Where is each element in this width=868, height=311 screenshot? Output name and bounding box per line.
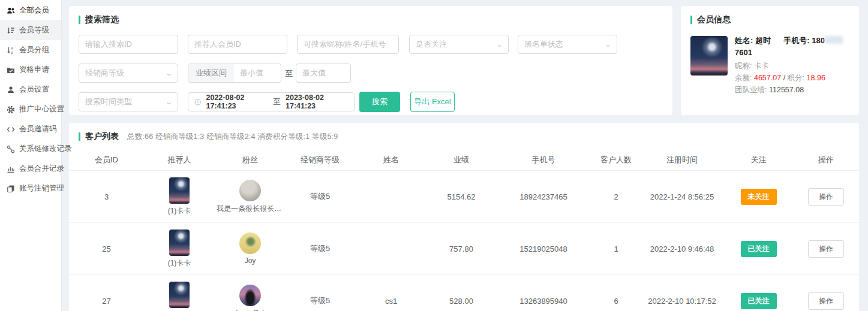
dealer-level-select[interactable]: 经销商等级 ⌄ (79, 64, 178, 83)
balance-value: 4657.07 (754, 74, 781, 82)
sidebar-item-member-level[interactable]: 会员等级 (0, 20, 61, 40)
perf-max-input[interactable]: 最大值 (296, 64, 351, 83)
balance-label: 余额: (735, 74, 752, 82)
action-button[interactable]: 操作 (808, 188, 844, 206)
referrer-id-input[interactable]: 推荐人会员ID (188, 35, 287, 54)
perf-min-input[interactable]: 最小值 (234, 64, 269, 82)
sidebar-item-relation-log[interactable]: 关系链修改记录 (0, 139, 61, 159)
fan-avatar (239, 233, 261, 254)
sidebar-item-member-group[interactable]: AZ 会员分组 (0, 40, 61, 60)
phone-label: 手机号: (783, 36, 809, 45)
folder-check-icon (7, 66, 15, 74)
col-phone: 手机号 (495, 155, 592, 165)
phone-redaction-blur (825, 36, 843, 44)
col-referrer: 推荐人 (144, 155, 215, 165)
action-button[interactable]: 操作 (808, 240, 844, 258)
filter-title-text: 搜索筛选 (85, 14, 119, 25)
cell-dealer-level: 等级5 (286, 295, 355, 306)
cell-performance: 5154.62 (428, 192, 495, 201)
export-excel-button[interactable]: 导出 Excel (410, 92, 455, 112)
sidebar-item-label: 会员分组 (19, 45, 49, 55)
member-avatar (690, 36, 728, 76)
separator: / (783, 74, 785, 82)
title-accent-bar (79, 132, 80, 141)
follow-badge: 已关注 (741, 241, 777, 257)
filter-panel-title: 搜索筛选 (79, 14, 663, 25)
clock-icon (194, 98, 202, 106)
col-customer-count: 客户人数 (592, 155, 640, 165)
team-perf-value: 112557.08 (769, 86, 804, 94)
sidebar-item-merge-log[interactable]: 会员合并记录 (0, 159, 61, 179)
sidebar-item-qualification[interactable]: 资格申请 (0, 60, 61, 80)
title-accent-bar (79, 16, 80, 24)
referrer-name: (1)卡卡 (168, 258, 191, 268)
cell-member-id: 27 (69, 297, 144, 306)
search-filter-panel: 搜索筛选 请输入搜索ID 推荐人会员ID 可搜索昵称/姓名/手机号 是否关注 ⌄… (69, 6, 672, 115)
date-to-label: 至 (274, 97, 281, 107)
customer-list-panel: 客户列表 总数:66 经销商等级1:3 经销商等级2:4 消费积分等级:1 等级… (69, 123, 859, 311)
cell-reg-time: 2022-1-24 8:56:25 (640, 192, 724, 201)
sidebar-item-label: 会员合并记录 (19, 164, 64, 174)
cell-customer-count: 6 (592, 297, 640, 306)
chevron-down-icon: ⌄ (495, 41, 503, 49)
cell-member-id: 25 (69, 244, 144, 253)
sidebar-item-label: 会员设置 (19, 84, 49, 95)
nick-label: 昵称: (735, 62, 752, 70)
sidebar-item-all-members[interactable]: 全部会员 (0, 1, 61, 20)
fan-avatar (239, 180, 261, 201)
table-row: 25 (1)卡卡 Joy 等级5 757.80 15219025048 1 20… (69, 223, 859, 275)
sidebar-item-member-settings[interactable]: 会员设置 (0, 80, 61, 99)
referrer-avatar (169, 177, 190, 204)
time-type-value: 搜索时间类型 (85, 96, 132, 107)
phone-prefix: 180 (812, 36, 825, 45)
cell-phone: 15219025048 (495, 244, 592, 253)
blacklist-select[interactable]: 黑名单状态 ⌄ (518, 35, 617, 54)
code-icon (7, 125, 15, 134)
customer-table: 会员ID 推荐人 粉丝 经销商等级 姓名 业绩 手机号 客户人数 注册时间 关注… (69, 149, 859, 311)
sidebar-item-promo-settings[interactable]: 推广中心设置 (0, 99, 61, 119)
sidebar-item-label: 会员等级 (19, 25, 49, 35)
phone-suffix: 7601 (735, 48, 752, 57)
link-icon (7, 145, 15, 153)
cell-customer-count: 2 (592, 192, 640, 201)
search-button[interactable]: 搜索 (359, 92, 400, 112)
follow-select[interactable]: 是否关注 ⌄ (409, 35, 509, 54)
sidebar-item-label: 推广中心设置 (19, 104, 64, 114)
fan-name: Lazy Cat (236, 309, 264, 311)
list-title-text: 客户列表 (85, 131, 119, 142)
referrer-avatar (169, 282, 190, 308)
time-type-select[interactable]: 搜索时间类型 ⌄ (79, 92, 178, 111)
points-value: 18.96 (807, 74, 825, 82)
member-nick: 卡卡 (754, 62, 769, 70)
chart-icon (7, 165, 15, 173)
list-stats: 总数:66 经销商等级1:3 经销商等级2:4 消费积分等级:1 等级5:9 (127, 132, 338, 142)
date-range-input[interactable]: 2022-08-02 17:41:23 至 2023-08-02 17:41:2… (188, 92, 355, 111)
sidebar-item-label: 账号注销管理 (19, 183, 64, 194)
member-panel-title: 会员信息 (690, 14, 849, 25)
sidebar-item-label: 关系链修改记录 (19, 144, 72, 154)
list-panel-title: 客户列表 (79, 131, 119, 142)
gear-icon (7, 105, 15, 114)
fan-name: Joy (245, 256, 256, 265)
cell-reg-time: 2022-2-10 9:46:48 (640, 244, 724, 253)
action-button[interactable]: 操作 (808, 292, 844, 310)
col-performance: 业绩 (428, 155, 495, 165)
fan-name: 我是一条很长很长很... (217, 204, 284, 214)
cell-customer-count: 1 (592, 244, 640, 253)
member-name: 超时 (755, 36, 771, 45)
name-label: 姓名: (735, 36, 753, 45)
cell-name: cs1 (355, 297, 428, 306)
cell-phone: 13263895940 (495, 297, 592, 306)
range-to-label: 至 (285, 68, 293, 79)
cell-performance: 528.00 (428, 297, 495, 306)
search-id-input[interactable]: 请输入搜索ID (79, 35, 178, 54)
keyword-input[interactable]: 可搜索昵称/姓名/手机号 (297, 35, 399, 54)
sidebar-item-invite-code[interactable]: 会员邀请码 (0, 119, 61, 139)
perf-range-group: 业绩区间 最小值 (188, 64, 281, 83)
col-reg-time: 注册时间 (640, 155, 724, 165)
sidebar-item-account-cancel[interactable]: 账号注销管理 (0, 179, 61, 198)
perf-range-label: 业绩区间 (188, 64, 234, 82)
blacklist-select-value: 黑名单状态 (524, 39, 563, 50)
cell-dealer-level: 等级5 (286, 191, 355, 202)
table-header-row: 会员ID 推荐人 粉丝 经销商等级 姓名 业绩 手机号 客户人数 注册时间 关注… (69, 149, 859, 171)
